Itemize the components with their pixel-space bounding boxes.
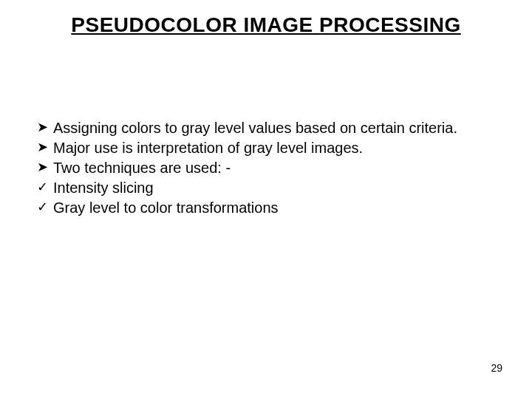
slide-title-container: PSEUDOCOLOR IMAGE PROCESSING (0, 13, 532, 37)
check-bullet-icon: ✓ (37, 178, 53, 196)
list-item: ✓ Gray level to color transformations (37, 198, 488, 218)
list-item: ➤ Assigning colors to gray level values … (37, 118, 488, 138)
page-number: 29 (491, 362, 502, 374)
check-bullet-icon: ✓ (37, 198, 53, 216)
list-item-text: Two techniques are used: - (53, 158, 488, 178)
list-item-text: Gray level to color transformations (53, 198, 488, 218)
list-item-text: Intensity slicing (53, 178, 488, 198)
arrow-bullet-icon: ➤ (37, 118, 53, 136)
slide-title: PSEUDOCOLOR IMAGE PROCESSING (71, 13, 460, 36)
arrow-bullet-icon: ➤ (37, 158, 53, 176)
list-item-text: Assigning colors to gray level values ba… (53, 118, 488, 138)
list-item: ✓ Intensity slicing (37, 178, 488, 198)
list-item: ➤ Two techniques are used: - (37, 158, 488, 178)
slide: PSEUDOCOLOR IMAGE PROCESSING ➤ Assigning… (0, 0, 532, 399)
list-item: ➤ Major use is interpretation of gray le… (37, 138, 488, 158)
arrow-bullet-icon: ➤ (37, 138, 53, 156)
list-item-text: Major use is interpretation of gray leve… (53, 138, 488, 158)
bullet-list: ➤ Assigning colors to gray level values … (37, 118, 488, 218)
